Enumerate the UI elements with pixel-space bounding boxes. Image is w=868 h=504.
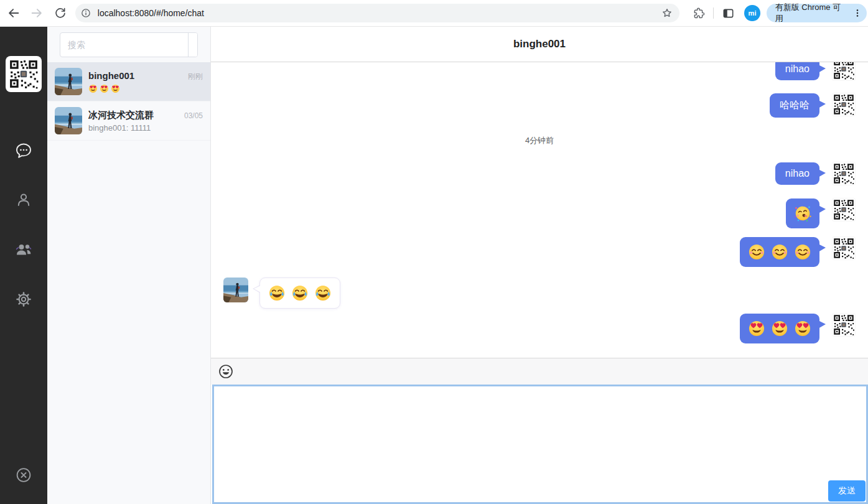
emoji-joy-icon <box>314 284 332 302</box>
screen: localhost:8080/#/home/chat mi 有新版 Chrome… <box>0 0 868 504</box>
emoji-smiling-face-icon <box>748 243 765 261</box>
message-bubble <box>740 314 819 343</box>
side-panel-icon[interactable] <box>721 6 735 21</box>
contacts-icon[interactable] <box>16 192 32 208</box>
message-row: 哈哈哈 <box>211 93 868 118</box>
conversation-time: 刚刚 <box>188 72 203 82</box>
chat-bubble-icon[interactable] <box>14 141 33 160</box>
message-row: nihao <box>211 62 868 80</box>
emoji-heart-eyes-icon <box>111 84 120 93</box>
message-row: nihao <box>211 162 868 185</box>
toolbar-divider <box>713 7 714 19</box>
conversation-avatar <box>55 68 82 95</box>
conversation-item-group[interactable]: 冰河技术交流群 03/05 binghe001: 11111 <box>47 101 210 141</box>
qr-avatar <box>833 237 855 259</box>
conversation-preview <box>88 84 203 93</box>
composer: 发送 <box>211 358 868 504</box>
emoji-heart-eyes-icon <box>771 320 788 337</box>
chrome-update-chip[interactable]: 有新版 Chrome 可用 <box>767 4 867 22</box>
forward-icon[interactable] <box>30 6 45 21</box>
back-icon[interactable] <box>6 6 21 21</box>
chat-title: binghe001 <box>513 38 566 50</box>
browser-toolbar: localhost:8080/#/home/chat mi 有新版 Chrome… <box>0 0 868 27</box>
app-window: binghe001 刚刚 <box>0 26 868 504</box>
search-box <box>60 32 198 57</box>
emoji-heart-eyes-icon <box>794 320 811 337</box>
contact-photo-avatar <box>223 278 248 302</box>
emoji-joy-icon <box>268 284 286 302</box>
emoji-picker-icon[interactable] <box>218 364 233 379</box>
qr-avatar <box>833 62 855 80</box>
browser-profile-avatar[interactable]: mi <box>744 5 760 21</box>
message-input-box <box>212 385 868 504</box>
message-row <box>211 237 868 267</box>
group-icon[interactable] <box>15 241 32 258</box>
emoji-partying-face-icon <box>794 205 811 222</box>
chat-panel: binghe001 nihao 哈哈哈 4分钟前 nihao <box>211 26 868 504</box>
qr-avatar <box>833 93 855 116</box>
conversation-items: binghe001 刚刚 <box>47 62 210 141</box>
emoji-joy-icon <box>291 284 309 302</box>
conversation-preview: binghe001: 11111 <box>88 123 203 133</box>
address-bar[interactable]: localhost:8080/#/home/chat <box>75 4 680 22</box>
site-info-icon[interactable] <box>80 7 91 19</box>
bookmark-star-icon[interactable] <box>661 7 673 19</box>
qr-avatar <box>833 314 855 336</box>
emoji-heart-eyes-icon <box>748 320 765 337</box>
conversation-name: 冰河技术交流群 <box>88 110 154 121</box>
browser-actions: mi 有新版 Chrome 可用 <box>691 4 868 22</box>
extensions-icon[interactable] <box>691 6 705 21</box>
chrome-update-label: 有新版 Chrome 可用 <box>775 2 847 24</box>
message-bubble: nihao <box>775 162 819 185</box>
message-row <box>211 278 868 309</box>
logout-circle-x-icon[interactable] <box>16 467 32 483</box>
send-button[interactable]: 发送 <box>828 480 866 502</box>
url-text: localhost:8080/#/home/chat <box>98 8 661 18</box>
message-bubble: 哈哈哈 <box>770 93 819 118</box>
refresh-icon[interactable] <box>53 6 68 21</box>
emoji-smiling-face-icon <box>794 243 811 261</box>
message-bubble <box>259 278 340 309</box>
qr-avatar <box>833 162 855 185</box>
composer-toolbar <box>211 358 868 385</box>
emoji-heart-eyes-icon <box>88 84 98 93</box>
search-button[interactable] <box>188 33 198 57</box>
conversation-item-binghe001[interactable]: binghe001 刚刚 <box>47 62 210 101</box>
conversation-avatar <box>55 107 82 134</box>
message-list: nihao 哈哈哈 4分钟前 nihao <box>211 62 868 358</box>
time-divider: 4分钟前 <box>525 135 554 146</box>
emoji-heart-eyes-icon <box>100 84 109 93</box>
conversation-name: binghe001 <box>88 70 134 81</box>
message-row <box>211 314 868 343</box>
message-textarea[interactable] <box>214 386 866 502</box>
user-qr-avatar[interactable] <box>6 56 42 92</box>
message-bubble: nihao <box>775 62 819 80</box>
chat-header: binghe001 <box>211 26 868 62</box>
search-input[interactable] <box>60 33 188 57</box>
conversation-time: 03/05 <box>184 111 203 120</box>
message-bubble <box>786 198 819 228</box>
emoji-smiling-face-icon <box>771 243 788 261</box>
message-row <box>211 198 868 228</box>
message-bubble <box>740 237 819 267</box>
kebab-menu-icon[interactable] <box>852 7 863 19</box>
time-divider-row: 4分钟前 <box>211 135 868 146</box>
settings-gear-icon[interactable] <box>16 291 32 307</box>
conversation-list-panel: binghe001 刚刚 <box>47 26 211 504</box>
qr-avatar <box>833 198 855 221</box>
nav-rail <box>0 26 47 504</box>
